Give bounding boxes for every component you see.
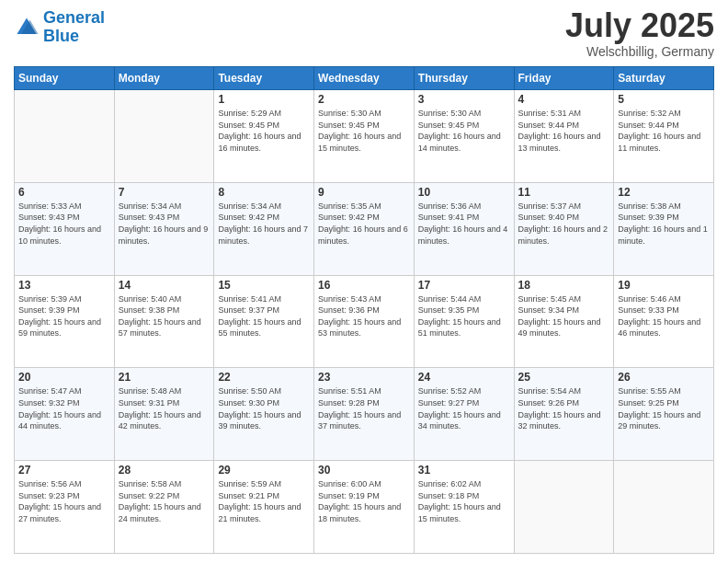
calendar-cell: 19Sunrise: 5:46 AM Sunset: 9:33 PM Dayli…: [614, 275, 714, 368]
day-info: Sunrise: 5:50 AM Sunset: 9:30 PM Dayligh…: [218, 385, 310, 431]
day-info: Sunrise: 5:40 AM Sunset: 9:38 PM Dayligh…: [119, 293, 210, 339]
calendar-day-header: Friday: [514, 67, 614, 90]
day-number: 12: [618, 186, 710, 199]
calendar-cell: 30Sunrise: 6:00 AM Sunset: 9:19 PM Dayli…: [314, 461, 415, 554]
day-number: 14: [119, 279, 210, 292]
day-info: Sunrise: 5:51 AM Sunset: 9:28 PM Dayligh…: [318, 385, 410, 431]
calendar-cell: 27Sunrise: 5:56 AM Sunset: 9:23 PM Dayli…: [15, 461, 115, 554]
calendar-cell: 3Sunrise: 5:30 AM Sunset: 9:45 PM Daylig…: [414, 90, 514, 183]
calendar-cell: 28Sunrise: 5:58 AM Sunset: 9:22 PM Dayli…: [114, 461, 214, 554]
calendar-cell: 5Sunrise: 5:32 AM Sunset: 9:44 PM Daylig…: [614, 90, 714, 183]
calendar-cell: 24Sunrise: 5:52 AM Sunset: 9:27 PM Dayli…: [414, 368, 514, 461]
day-number: 27: [18, 464, 110, 477]
day-info: Sunrise: 5:48 AM Sunset: 9:31 PM Dayligh…: [119, 385, 210, 431]
month-title: July 2025: [565, 9, 714, 42]
day-info: Sunrise: 5:47 AM Sunset: 9:32 PM Dayligh…: [18, 385, 110, 431]
day-info: Sunrise: 6:00 AM Sunset: 9:19 PM Dayligh…: [318, 478, 410, 524]
day-info: Sunrise: 5:34 AM Sunset: 9:42 PM Dayligh…: [218, 201, 310, 247]
calendar-cell: 4Sunrise: 5:31 AM Sunset: 9:44 PM Daylig…: [514, 90, 614, 183]
day-number: 28: [119, 464, 210, 477]
calendar-cell: 11Sunrise: 5:37 AM Sunset: 9:40 PM Dayli…: [514, 182, 614, 275]
day-info: Sunrise: 5:39 AM Sunset: 9:39 PM Dayligh…: [18, 293, 110, 339]
calendar-week-row: 1Sunrise: 5:29 AM Sunset: 9:45 PM Daylig…: [15, 90, 714, 183]
calendar-cell: 13Sunrise: 5:39 AM Sunset: 9:39 PM Dayli…: [15, 275, 115, 368]
calendar-cell: 1Sunrise: 5:29 AM Sunset: 9:45 PM Daylig…: [214, 90, 314, 183]
day-number: 1: [218, 93, 310, 106]
page: General Blue July 2025 Welschbillig, Ger…: [0, 0, 728, 563]
day-info: Sunrise: 5:56 AM Sunset: 9:23 PM Dayligh…: [18, 478, 110, 524]
calendar-cell: 31Sunrise: 6:02 AM Sunset: 9:18 PM Dayli…: [414, 461, 514, 554]
day-number: 17: [418, 279, 510, 292]
logo-line1: General: [43, 8, 105, 27]
logo-line2: Blue: [43, 27, 79, 45]
calendar-cell: 10Sunrise: 5:36 AM Sunset: 9:41 PM Dayli…: [414, 182, 514, 275]
day-number: 3: [418, 93, 510, 106]
calendar-day-header: Thursday: [414, 67, 514, 90]
day-number: 25: [518, 371, 610, 384]
day-number: 26: [618, 371, 710, 384]
day-info: Sunrise: 5:37 AM Sunset: 9:40 PM Dayligh…: [518, 201, 610, 247]
day-number: 9: [318, 186, 410, 199]
day-info: Sunrise: 5:31 AM Sunset: 9:44 PM Dayligh…: [518, 108, 610, 154]
day-info: Sunrise: 5:43 AM Sunset: 9:36 PM Dayligh…: [318, 293, 410, 339]
day-info: Sunrise: 5:44 AM Sunset: 9:35 PM Dayligh…: [418, 293, 510, 339]
header: General Blue July 2025 Welschbillig, Ger…: [14, 9, 714, 59]
day-number: 15: [218, 279, 310, 292]
day-number: 21: [119, 371, 210, 384]
calendar-week-row: 20Sunrise: 5:47 AM Sunset: 9:32 PM Dayli…: [15, 368, 714, 461]
calendar-header-row: SundayMondayTuesdayWednesdayThursdayFrid…: [15, 67, 714, 90]
day-info: Sunrise: 5:34 AM Sunset: 9:43 PM Dayligh…: [119, 201, 210, 247]
calendar-week-row: 27Sunrise: 5:56 AM Sunset: 9:23 PM Dayli…: [15, 461, 714, 554]
day-info: Sunrise: 5:29 AM Sunset: 9:45 PM Dayligh…: [218, 108, 310, 154]
day-info: Sunrise: 5:41 AM Sunset: 9:37 PM Dayligh…: [218, 293, 310, 339]
day-number: 20: [18, 371, 110, 384]
day-info: Sunrise: 5:58 AM Sunset: 9:22 PM Dayligh…: [119, 478, 210, 524]
day-info: Sunrise: 5:52 AM Sunset: 9:27 PM Dayligh…: [418, 385, 510, 431]
day-info: Sunrise: 5:35 AM Sunset: 9:42 PM Dayligh…: [318, 201, 410, 247]
calendar-day-header: Monday: [114, 67, 214, 90]
calendar-day-header: Wednesday: [314, 67, 415, 90]
calendar-week-row: 13Sunrise: 5:39 AM Sunset: 9:39 PM Dayli…: [15, 275, 714, 368]
day-info: Sunrise: 5:54 AM Sunset: 9:26 PM Dayligh…: [518, 385, 610, 431]
day-number: 24: [418, 371, 510, 384]
logo-text: General Blue: [43, 9, 105, 46]
calendar-cell: 29Sunrise: 5:59 AM Sunset: 9:21 PM Dayli…: [214, 461, 314, 554]
day-number: 13: [18, 279, 110, 292]
day-number: 6: [18, 186, 110, 199]
calendar-cell: [15, 90, 115, 183]
day-number: 2: [318, 93, 410, 106]
calendar-table: SundayMondayTuesdayWednesdayThursdayFrid…: [14, 66, 714, 554]
day-number: 7: [119, 186, 210, 199]
day-number: 16: [318, 279, 410, 292]
logo-icon: [14, 15, 40, 40]
day-info: Sunrise: 5:55 AM Sunset: 9:25 PM Dayligh…: [618, 385, 710, 431]
day-info: Sunrise: 5:38 AM Sunset: 9:39 PM Dayligh…: [618, 201, 710, 247]
calendar-cell: [114, 90, 214, 183]
calendar-cell: 23Sunrise: 5:51 AM Sunset: 9:28 PM Dayli…: [314, 368, 415, 461]
calendar-cell: 25Sunrise: 5:54 AM Sunset: 9:26 PM Dayli…: [514, 368, 614, 461]
calendar-day-header: Saturday: [614, 67, 714, 90]
calendar-cell: 14Sunrise: 5:40 AM Sunset: 9:38 PM Dayli…: [114, 275, 214, 368]
location: Welschbillig, Germany: [565, 44, 714, 59]
calendar-cell: 9Sunrise: 5:35 AM Sunset: 9:42 PM Daylig…: [314, 182, 415, 275]
calendar-cell: 21Sunrise: 5:48 AM Sunset: 9:31 PM Dayli…: [114, 368, 214, 461]
day-info: Sunrise: 5:46 AM Sunset: 9:33 PM Dayligh…: [618, 293, 710, 339]
calendar-cell: 7Sunrise: 5:34 AM Sunset: 9:43 PM Daylig…: [114, 182, 214, 275]
calendar-cell: 12Sunrise: 5:38 AM Sunset: 9:39 PM Dayli…: [614, 182, 714, 275]
calendar-cell: [614, 461, 714, 554]
day-number: 29: [218, 464, 310, 477]
day-info: Sunrise: 5:33 AM Sunset: 9:43 PM Dayligh…: [18, 201, 110, 247]
day-info: Sunrise: 5:36 AM Sunset: 9:41 PM Dayligh…: [418, 201, 510, 247]
calendar-cell: 16Sunrise: 5:43 AM Sunset: 9:36 PM Dayli…: [314, 275, 415, 368]
logo: General Blue: [14, 9, 105, 46]
calendar-cell: 17Sunrise: 5:44 AM Sunset: 9:35 PM Dayli…: [414, 275, 514, 368]
day-number: 8: [218, 186, 310, 199]
day-number: 5: [618, 93, 710, 106]
title-block: July 2025 Welschbillig, Germany: [565, 9, 714, 59]
calendar-day-header: Tuesday: [214, 67, 314, 90]
day-number: 10: [418, 186, 510, 199]
day-info: Sunrise: 6:02 AM Sunset: 9:18 PM Dayligh…: [418, 478, 510, 524]
calendar-cell: 6Sunrise: 5:33 AM Sunset: 9:43 PM Daylig…: [15, 182, 115, 275]
day-info: Sunrise: 5:30 AM Sunset: 9:45 PM Dayligh…: [418, 108, 510, 154]
calendar-cell: 20Sunrise: 5:47 AM Sunset: 9:32 PM Dayli…: [15, 368, 115, 461]
